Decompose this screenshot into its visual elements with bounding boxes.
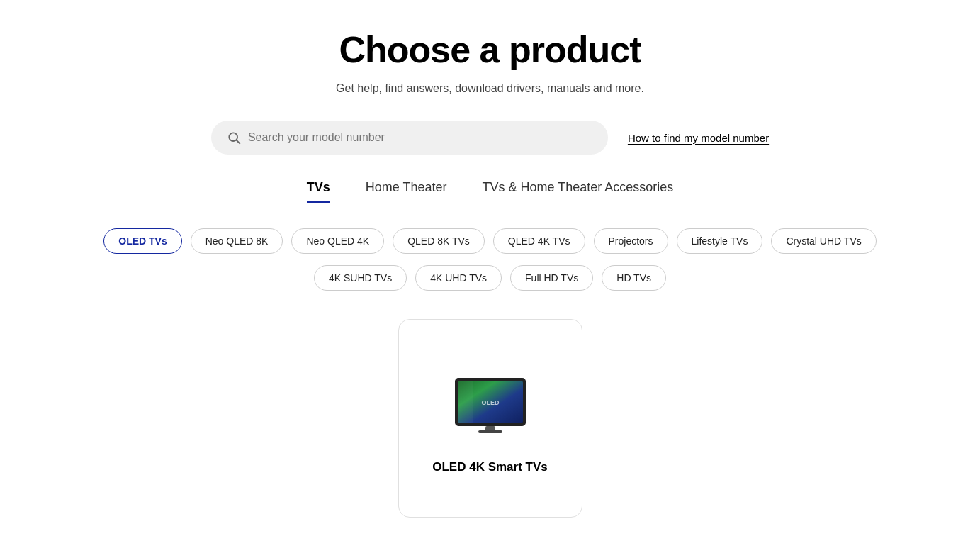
filter-full-hd-tvs[interactable]: Full HD TVs bbox=[510, 265, 593, 291]
filter-crystal-uhd-tvs[interactable]: Crystal UHD TVs bbox=[771, 228, 876, 254]
filters-row-1: OLED TVs Neo QLED 8K Neo QLED 4K QLED 8K… bbox=[103, 228, 876, 254]
page-title: Choose a product bbox=[339, 28, 641, 71]
filter-qled-8k-tvs[interactable]: QLED 8K TVs bbox=[393, 228, 485, 254]
product-image-oled-4k: OLED bbox=[444, 365, 536, 443]
filter-neo-qled-4k[interactable]: Neo QLED 4K bbox=[291, 228, 384, 254]
filter-4k-uhd-tvs[interactable]: 4K UHD TVs bbox=[415, 265, 502, 291]
filter-hd-tvs[interactable]: HD TVs bbox=[602, 265, 666, 291]
search-box[interactable] bbox=[211, 121, 608, 155]
filter-lifestyle-tvs[interactable]: Lifestyle TVs bbox=[677, 228, 763, 254]
tab-home-theater[interactable]: Home Theater bbox=[366, 180, 447, 203]
tab-accessories[interactable]: TVs & Home Theater Accessories bbox=[482, 180, 673, 203]
svg-text:OLED: OLED bbox=[481, 399, 500, 406]
products-grid: OLED OLED 4K Smart TVs bbox=[101, 319, 880, 518]
page-container: Choose a product Get help, find answers,… bbox=[0, 0, 980, 536]
filter-projectors[interactable]: Projectors bbox=[594, 228, 668, 254]
model-number-link[interactable]: How to find my model number bbox=[628, 132, 769, 144]
filter-qled-4k-tvs[interactable]: QLED 4K TVs bbox=[493, 228, 585, 254]
svg-line-1 bbox=[237, 140, 240, 144]
svg-rect-7 bbox=[458, 381, 473, 423]
filters-section: OLED TVs Neo QLED 8K Neo QLED 4K QLED 8K… bbox=[101, 228, 880, 291]
search-input[interactable] bbox=[248, 131, 592, 144]
search-icon bbox=[227, 130, 241, 145]
filters-row-2: 4K SUHD TVs 4K UHD TVs Full HD TVs HD TV… bbox=[314, 265, 666, 291]
tabs-row: TVs Home Theater TVs & Home Theater Acce… bbox=[307, 180, 674, 203]
filter-oled-tvs[interactable]: OLED TVs bbox=[103, 228, 181, 254]
tv-illustration: OLED bbox=[451, 372, 529, 436]
product-name-oled-4k: OLED 4K Smart TVs bbox=[432, 460, 548, 474]
svg-rect-3 bbox=[478, 430, 502, 433]
search-row: How to find my model number bbox=[171, 121, 809, 155]
filter-4k-suhd-tvs[interactable]: 4K SUHD TVs bbox=[314, 265, 407, 291]
product-card-oled-4k[interactable]: OLED OLED 4K Smart TVs bbox=[398, 319, 582, 518]
page-subtitle: Get help, find answers, download drivers… bbox=[336, 82, 644, 95]
tab-tvs[interactable]: TVs bbox=[307, 180, 330, 203]
filter-neo-qled-8k[interactable]: Neo QLED 8K bbox=[191, 228, 283, 254]
